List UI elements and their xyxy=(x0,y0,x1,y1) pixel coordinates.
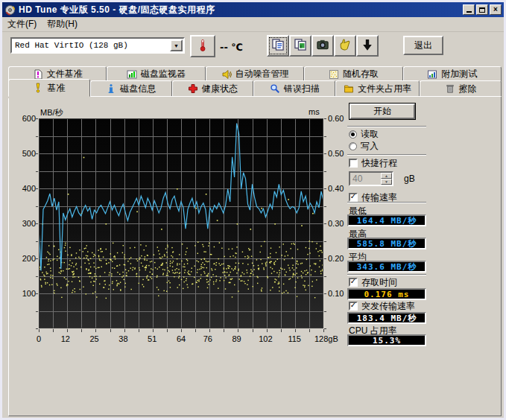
drive-select[interactable]: Red Hat VirtIO (128 gB) ▼ xyxy=(10,37,185,54)
y-tick xyxy=(324,223,326,224)
read-radio[interactable]: 读取 xyxy=(349,129,379,139)
tab-random-access[interactable]: 随机存取 xyxy=(304,66,402,82)
checkbox-icon xyxy=(349,159,358,168)
cpu-usage-display: 15.3% xyxy=(347,334,426,346)
error-scan-icon xyxy=(270,83,280,94)
x-tick-label: 76 xyxy=(197,334,219,343)
y-tick xyxy=(36,136,38,137)
minimize-button[interactable] xyxy=(463,4,475,15)
y-right-tick-label: 0.50 xyxy=(328,149,344,158)
transfer-rate-checkbox[interactable]: 传输速率 xyxy=(349,192,397,203)
y-tick xyxy=(36,258,38,259)
tab-folder-usage[interactable]: 文件夹占用率 xyxy=(335,80,420,97)
drive-select-value: Red Hat VirtIO (128 gB) xyxy=(12,41,170,50)
benchmark-tab-page: MB/秒ms1002003004005006000.100.200.300.40… xyxy=(8,96,502,416)
app-window: HD Tune 专业版 5.50 - 硬盘/固态硬盘实用程序 × 文件(F)帮助… xyxy=(0,0,506,420)
separator xyxy=(347,154,426,156)
disk-monitor-icon xyxy=(127,69,137,80)
y-tick xyxy=(36,223,38,224)
tab-health[interactable]: 健康状态 xyxy=(172,80,254,97)
tab-extra-tests[interactable]: 附加测试 xyxy=(403,66,502,82)
min-value-display: 164.4 MB/秒 xyxy=(347,214,426,226)
x-tick xyxy=(167,329,168,332)
save-results-button[interactable] xyxy=(334,35,356,57)
toolbar: Red Hat VirtIO (128 gB) ▼ -- ℃ 退出 xyxy=(2,32,504,60)
tab-label: 文件夹占用率 xyxy=(358,83,411,95)
tab-disk-info[interactable]: 磁盘信息 xyxy=(90,80,172,97)
export-button[interactable] xyxy=(356,35,379,57)
y-right-tick-label: 0.40 xyxy=(328,184,344,193)
menu-help[interactable]: 帮助(H) xyxy=(42,16,83,32)
y-right-tick-label: 0.30 xyxy=(328,219,344,228)
stepper-down-button[interactable]: ▼ xyxy=(381,179,392,185)
x-tick xyxy=(209,329,210,332)
x-tick xyxy=(323,329,324,332)
tab-label: 磁盘信息 xyxy=(120,83,156,95)
y-left-tick-label: 100 xyxy=(9,289,36,298)
menu-bar: 文件(F)帮助(H) xyxy=(2,17,504,32)
menu-file[interactable]: 文件(F) xyxy=(2,16,42,32)
temperature-button[interactable] xyxy=(190,35,215,57)
y-tick xyxy=(36,241,38,242)
screenshot-button[interactable] xyxy=(311,35,334,57)
maximize-button[interactable] xyxy=(476,4,488,15)
y-left-tick-label: 600 xyxy=(9,114,36,123)
tab-label: 磁盘监视器 xyxy=(141,68,186,80)
x-tick xyxy=(153,329,154,332)
x-tick xyxy=(238,329,238,332)
window-title: HD Tune 专业版 5.50 - 硬盘/固态硬盘实用程序 xyxy=(19,4,215,16)
y-tick xyxy=(324,311,326,312)
x-tick-label: 38 xyxy=(112,334,134,343)
y-right-tick-label: 0.10 xyxy=(328,289,344,298)
copy-image-icon xyxy=(294,38,307,54)
tab-label: 附加测试 xyxy=(441,68,477,80)
erase-icon xyxy=(445,83,455,94)
title-bar: HD Tune 专业版 5.50 - 硬盘/固态硬盘实用程序 × xyxy=(2,2,504,17)
x-tick xyxy=(124,329,125,332)
y-right-tick-label: 0.20 xyxy=(328,254,344,263)
minimize-icon xyxy=(467,11,472,13)
access-time-display: 0.176 ms xyxy=(347,288,426,300)
chevron-down-icon[interactable]: ▼ xyxy=(170,39,183,51)
y-tick xyxy=(36,328,38,329)
aam-icon xyxy=(221,69,232,80)
x-tick xyxy=(295,329,296,332)
tab-error-scan[interactable]: 错误扫描 xyxy=(253,80,335,97)
tab-aam[interactable]: 自动噪音管理 xyxy=(206,66,304,82)
y-tick xyxy=(36,311,38,312)
health-icon xyxy=(188,83,198,94)
start-button[interactable]: 开始 xyxy=(349,103,416,120)
write-radio[interactable]: 写入 xyxy=(349,141,379,151)
access-time-checkbox[interactable]: 存取时间 xyxy=(349,277,397,287)
burst-rate-checkbox[interactable]: 突发传输速率 xyxy=(349,301,415,311)
y-tick xyxy=(324,171,326,172)
short-stroke-size-stepper[interactable]: 40 ▲ ▼ xyxy=(349,171,393,186)
x-tick-label: 102 xyxy=(254,334,276,343)
y-tick xyxy=(36,293,38,294)
exit-button[interactable]: 退出 xyxy=(403,36,443,55)
separator xyxy=(347,126,426,127)
stepper-unit-label: gB xyxy=(404,174,415,184)
stepper-up-button[interactable]: ▲ xyxy=(381,173,392,179)
short-stroke-checkbox[interactable]: 快捷行程 xyxy=(349,158,397,168)
thermometer-icon xyxy=(196,39,209,54)
copy-text-icon xyxy=(271,38,285,54)
down-arrow-icon xyxy=(361,38,374,54)
y-tick xyxy=(36,276,38,277)
tab-label: 擦除 xyxy=(459,83,477,95)
x-tick xyxy=(309,329,310,332)
hand-icon xyxy=(338,38,352,54)
tab-disk-monitor[interactable]: 磁盘监视器 xyxy=(107,66,205,82)
tab-label: 错误扫描 xyxy=(284,83,320,95)
y-tick xyxy=(324,276,326,277)
tab-benchmark[interactable]: 基准 xyxy=(8,79,90,97)
x-tick xyxy=(253,329,253,332)
tab-label: 自动噪音管理 xyxy=(235,68,289,80)
y-tick xyxy=(324,153,326,154)
checkbox-icon xyxy=(349,278,358,287)
plot-area xyxy=(39,118,323,328)
copy-text-button[interactable] xyxy=(267,35,289,57)
copy-image-button[interactable] xyxy=(289,35,311,57)
tab-erase[interactable]: 擦除 xyxy=(420,80,502,97)
close-button[interactable]: × xyxy=(490,4,502,15)
